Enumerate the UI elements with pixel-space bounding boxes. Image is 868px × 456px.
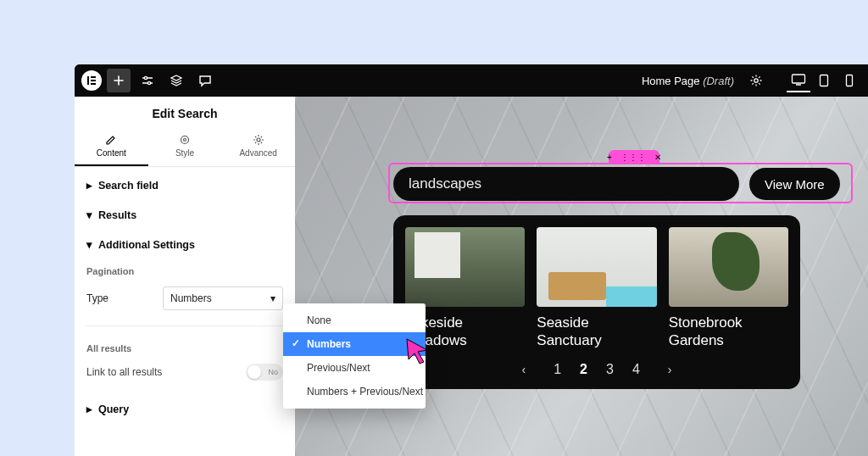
link-all-results-toggle[interactable]: No <box>246 364 283 381</box>
svg-point-11 <box>184 139 186 142</box>
handle-add-icon[interactable]: + <box>607 153 612 162</box>
svg-rect-1 <box>91 76 96 78</box>
result-thumbnail <box>405 227 525 307</box>
all-results-label: All results <box>75 336 295 359</box>
comments-icon[interactable] <box>193 69 217 92</box>
dropdown-option[interactable]: Previous/Next <box>283 356 426 380</box>
result-title: SeasideSanctuary <box>537 314 656 350</box>
dropdown-option[interactable]: None <box>283 309 426 332</box>
page-prev[interactable]: ‹ <box>522 363 526 376</box>
svg-point-10 <box>181 136 189 144</box>
settings-sliders-icon[interactable] <box>136 69 159 92</box>
device-tablet[interactable] <box>812 69 836 92</box>
result-card[interactable]: SeasideSanctuary <box>537 227 656 350</box>
tab-content[interactable]: Content <box>75 129 148 166</box>
page-next[interactable]: › <box>668 363 672 376</box>
device-desktop[interactable] <box>787 69 810 92</box>
page-number[interactable]: 1 <box>554 362 561 376</box>
svg-point-6 <box>754 79 758 82</box>
page-number[interactable]: 2 <box>580 362 587 376</box>
caret-right-icon: ▸ <box>86 179 93 192</box>
view-more-button[interactable]: View More <box>749 168 840 200</box>
tab-style[interactable]: Style <box>148 129 222 166</box>
section-query[interactable]: ▸ Query <box>75 394 295 424</box>
type-dropdown: NoneNumbersPrevious/NextNumbers + Previo… <box>283 303 426 409</box>
editor-panel: Edit Search Content Style Advanced ▸ <box>75 97 295 456</box>
svg-rect-7 <box>793 75 805 83</box>
handle-close-icon[interactable]: ✕ <box>654 153 661 162</box>
type-select[interactable]: Numbers ▾ <box>163 286 283 310</box>
page-number[interactable]: 4 <box>632 362 640 376</box>
section-results[interactable]: ▾ Results <box>75 200 295 230</box>
svg-point-4 <box>144 76 147 79</box>
section-additional-settings[interactable]: ▾ Additional Settings <box>75 230 295 259</box>
structure-icon[interactable] <box>164 69 188 92</box>
result-thumbnail <box>669 227 788 307</box>
elementor-logo[interactable] <box>81 70 102 91</box>
result-title: StonebrookGardens <box>669 314 788 350</box>
svg-rect-2 <box>91 80 96 81</box>
chevron-down-icon: ▾ <box>270 292 275 304</box>
link-all-results-label: Link to all results <box>86 366 162 378</box>
svg-rect-8 <box>821 75 828 86</box>
widget-handle[interactable]: + ⋮⋮⋮ ✕ <box>609 150 659 164</box>
type-label: Type <box>86 292 163 304</box>
results-card: LakesideMeadowsSeasideSanctuaryStonebroo… <box>393 215 800 389</box>
page-title: Home Page (Draft) <box>642 75 734 87</box>
page-settings-icon[interactable] <box>744 69 768 92</box>
add-widget-button[interactable] <box>107 69 131 92</box>
device-mobile[interactable] <box>837 69 861 92</box>
caret-down-icon: ▾ <box>86 209 93 221</box>
dropdown-option[interactable]: Numbers <box>283 332 426 356</box>
pagination-label: Pagination <box>75 259 295 281</box>
page-number[interactable]: 3 <box>606 362 614 376</box>
section-search-field[interactable]: ▸ Search field <box>75 170 295 200</box>
panel-tabs: Content Style Advanced <box>75 129 295 167</box>
svg-point-12 <box>257 138 260 142</box>
handle-drag-icon[interactable]: ⋮⋮⋮ <box>620 153 646 162</box>
panel-title: Edit Search <box>75 97 295 129</box>
tab-advanced[interactable]: Advanced <box>221 129 295 166</box>
result-thumbnail <box>537 227 656 307</box>
svg-rect-9 <box>847 75 853 86</box>
topbar: Home Page (Draft) <box>75 64 868 97</box>
caret-down-icon: ▾ <box>86 238 93 251</box>
divider <box>86 325 283 326</box>
caret-right-icon: ▸ <box>86 403 93 415</box>
type-select-value: Numbers <box>170 292 212 304</box>
search-input-preview[interactable]: landscapes <box>393 167 739 201</box>
svg-rect-3 <box>91 83 96 85</box>
svg-rect-0 <box>87 76 89 85</box>
result-card[interactable]: StonebrookGardens <box>669 227 788 350</box>
svg-point-5 <box>147 81 150 84</box>
pagination: ‹ 1234 › <box>405 362 788 377</box>
app-window: Home Page (Draft) Edit Search <box>75 64 868 456</box>
dropdown-option[interactable]: Numbers + Previous/Next <box>283 380 426 403</box>
